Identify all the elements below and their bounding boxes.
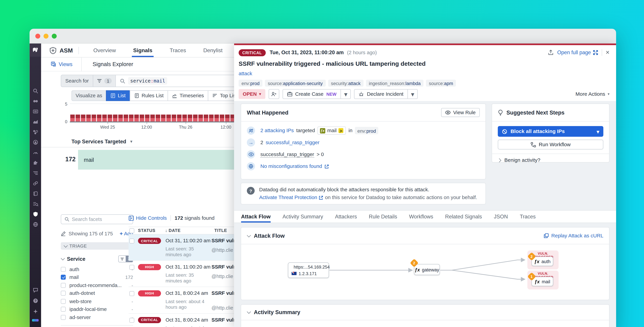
views-button[interactable]: Views bbox=[51, 61, 72, 67]
select-all-checkbox[interactable] bbox=[129, 228, 134, 233]
dashboard-gauge-icon[interactable] bbox=[32, 150, 38, 155]
zoom-window-button[interactable] bbox=[52, 34, 56, 39]
facet-item-ad-server[interactable]: ad-server- bbox=[61, 314, 133, 320]
tab-rule-details[interactable]: Rule Details bbox=[369, 210, 397, 222]
notebooks-icon[interactable] bbox=[32, 190, 38, 196]
tab-json[interactable]: JSON bbox=[494, 210, 508, 222]
datadog-logo[interactable] bbox=[30, 44, 41, 57]
apm-traces-icon[interactable] bbox=[32, 139, 38, 145]
ci-pipelines-icon[interactable] bbox=[32, 180, 38, 186]
service-chip-mail[interactable]: ƒx mail js bbox=[318, 126, 346, 134]
declare-incident-button[interactable]: Declare Incident bbox=[354, 90, 408, 98]
declare-incident-dropdown[interactable]: ▾ bbox=[408, 90, 418, 98]
checkbox[interactable] bbox=[61, 307, 66, 312]
facet-search-input[interactable] bbox=[72, 216, 121, 222]
column-header-status[interactable]: STATUS bbox=[138, 228, 165, 233]
facet-item-product-recommendations[interactable]: product-recommenda...- bbox=[61, 282, 133, 288]
top-services-header[interactable]: Top Services Targeted ▼ bbox=[72, 139, 133, 144]
tab-denylist[interactable]: Denylist bbox=[195, 44, 231, 57]
row-checkbox[interactable] bbox=[129, 238, 134, 244]
activate-threat-protection-link[interactable]: Activate Threat Protection bbox=[259, 195, 317, 200]
facet-item-ipaddr-local-time[interactable]: ipaddr-local-time- bbox=[61, 306, 133, 312]
facet-item-web-store[interactable]: web-store- bbox=[61, 298, 133, 304]
open-full-page-link[interactable]: Open full page bbox=[557, 50, 598, 56]
checkbox[interactable] bbox=[61, 315, 66, 320]
view-rule-button[interactable]: View Rule bbox=[441, 108, 480, 117]
signal-row[interactable]: CRITICAL Oct 31, 11:00:20 amLast seen: 3… bbox=[129, 234, 234, 260]
row-checkbox[interactable] bbox=[129, 265, 134, 270]
chevron-down-icon[interactable] bbox=[247, 310, 251, 314]
misconfigurations-link[interactable]: No misconfigurations found bbox=[260, 164, 322, 169]
sparkle-icon[interactable] bbox=[32, 308, 38, 314]
gateway-node[interactable]: 2 ƒx gateway bbox=[414, 264, 440, 275]
checkbox[interactable] bbox=[61, 299, 66, 304]
signal-row[interactable]: CRITICAL Oct 31, 8:00:24 amLast seen: ab… bbox=[129, 314, 234, 327]
column-header-date[interactable]: ↓DATE bbox=[165, 228, 214, 233]
rum-icon-partial[interactable] bbox=[32, 319, 39, 322]
checkbox[interactable] bbox=[61, 291, 66, 296]
window-titlebar[interactable] bbox=[30, 29, 616, 44]
tab-attackers[interactable]: Attackers bbox=[335, 210, 357, 222]
event-stream-icon[interactable] bbox=[32, 170, 38, 176]
close-window-button[interactable] bbox=[35, 34, 40, 39]
tab-overview[interactable]: Overview bbox=[85, 44, 124, 57]
share-icon[interactable] bbox=[548, 50, 554, 56]
facet-item-mail[interactable]: mail172 bbox=[61, 274, 133, 280]
viz-timeseries-button[interactable]: Timeseries bbox=[168, 90, 208, 101]
network-icon[interactable] bbox=[32, 221, 38, 227]
tag-ingestion-reason-lambda[interactable]: ingestion_reason:lambda bbox=[366, 80, 424, 86]
service-map-icon[interactable] bbox=[32, 129, 38, 135]
row-checkbox[interactable] bbox=[129, 291, 134, 296]
facet-group-service[interactable]: Service ✕ bbox=[61, 255, 133, 262]
facet-group-triage[interactable]: TRIAGE bbox=[61, 242, 133, 250]
tag-security-attack[interactable]: security:attack bbox=[328, 80, 364, 86]
auth-service-node[interactable]: 2 ƒx auth bbox=[532, 257, 553, 266]
rule-attack-link[interactable]: attack bbox=[238, 71, 252, 76]
column-header-title[interactable]: TITLE bbox=[214, 228, 227, 233]
rasp-trigger-link[interactable]: successful_rasp_trigger bbox=[266, 140, 320, 145]
tag-source-apm[interactable]: source:apm bbox=[426, 80, 456, 86]
tab-activity-summary[interactable]: Activity Summary bbox=[282, 210, 323, 222]
row-checkbox[interactable] bbox=[129, 318, 134, 322]
viz-list-button[interactable]: List bbox=[106, 90, 130, 101]
facet-item-auth-dotnet[interactable]: auth-dotnet- bbox=[61, 290, 133, 296]
status-open-dropdown[interactable]: OPEN▾ bbox=[238, 89, 265, 99]
attacker-node[interactable]: https:...54.169.254 1.2.3.171 bbox=[288, 262, 329, 278]
block-attacking-ips-button[interactable]: Block all attacking IPs ▾ bbox=[498, 126, 603, 137]
tab-attack-flow[interactable]: Attack Flow bbox=[241, 210, 271, 222]
viz-rules-list-button[interactable]: Rules List bbox=[130, 90, 168, 101]
tab-workflows[interactable]: Workflows bbox=[409, 210, 433, 222]
close-panel-icon[interactable]: × bbox=[606, 49, 610, 56]
facet-filter-button[interactable] bbox=[119, 256, 126, 262]
more-actions-button[interactable]: More Actions▾ bbox=[576, 91, 610, 97]
log-stream-icon[interactable] bbox=[32, 108, 38, 114]
checkbox[interactable] bbox=[61, 267, 66, 272]
assign-user-button[interactable] bbox=[268, 89, 279, 99]
log-search-icon[interactable] bbox=[32, 201, 38, 206]
minimize-window-button[interactable] bbox=[44, 34, 48, 39]
tab-related-signals[interactable]: Related Signals bbox=[445, 210, 482, 222]
watchdog-icon[interactable] bbox=[32, 98, 38, 104]
checkbox[interactable] bbox=[61, 283, 66, 288]
search-filter-toggle[interactable]: 1 bbox=[94, 75, 116, 87]
mail-service-node[interactable]: 1 ƒx mail bbox=[532, 277, 553, 286]
facet-item-auth[interactable]: auth- bbox=[61, 266, 133, 272]
chat-icon[interactable] bbox=[32, 287, 38, 293]
help-icon[interactable]: ? bbox=[32, 298, 38, 304]
tag-source-application-security[interactable]: source:application-security bbox=[265, 80, 326, 86]
tab-traces[interactable]: Traces bbox=[520, 210, 536, 222]
tab-traces[interactable]: Traces bbox=[161, 44, 194, 57]
metrics-icon[interactable] bbox=[32, 118, 38, 124]
checkbox-checked[interactable] bbox=[61, 275, 66, 280]
chevron-down-icon[interactable] bbox=[247, 233, 251, 237]
run-workflow-button[interactable]: Run Workflow bbox=[498, 140, 603, 150]
facet-search[interactable] bbox=[61, 214, 133, 224]
create-case-button[interactable]: Create Case NEW bbox=[283, 90, 341, 98]
security-shield-icon[interactable] bbox=[32, 211, 38, 217]
create-case-dropdown[interactable]: ▾ bbox=[341, 90, 350, 98]
env-prod-chip[interactable]: env:prod bbox=[355, 127, 378, 134]
signal-row[interactable]: HIGH Oct 31, 8:00:24 amLast seen: about … bbox=[129, 287, 234, 314]
metric-name[interactable]: successful_rasp_trigger bbox=[260, 151, 314, 158]
signal-row[interactable]: HIGH Oct 31, 11:00:20 amLast seen: 35 mi… bbox=[129, 260, 234, 287]
search-icon[interactable] bbox=[32, 88, 38, 94]
